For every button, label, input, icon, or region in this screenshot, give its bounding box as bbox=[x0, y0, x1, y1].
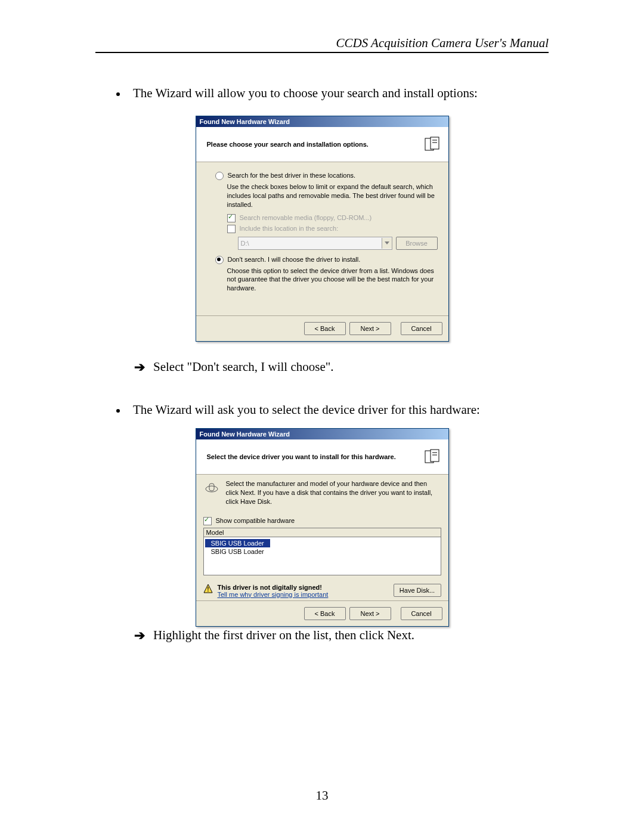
dialog2-title: Found New Hardware Wizard bbox=[200, 431, 290, 438]
driver-signing-link[interactable]: Tell me why driver signing is important bbox=[218, 591, 329, 598]
action1-text: Select "Don't search, I will choose". bbox=[153, 360, 334, 374]
device-icon bbox=[203, 482, 220, 496]
next-button[interactable]: Next > bbox=[349, 322, 391, 335]
hardware-icon bbox=[423, 448, 441, 466]
bullet-icon bbox=[116, 92, 120, 96]
radio-icon bbox=[215, 172, 224, 180]
radio-search-label: Search for the best driver in these loca… bbox=[228, 172, 356, 179]
cancel-button[interactable]: Cancel bbox=[401, 607, 442, 620]
checkbox-show-compatible[interactable]: Show compatible hardware bbox=[203, 517, 441, 525]
chevron-down-icon[interactable] bbox=[382, 238, 392, 249]
page-header: CCDS Acquisition Camera User's Manual bbox=[95, 36, 549, 53]
chk-include-label: Include this location in the search: bbox=[240, 225, 339, 232]
arrow-right-icon: ➔ bbox=[134, 360, 145, 375]
next-button[interactable]: Next > bbox=[349, 607, 391, 620]
bullet-intro-2: The Wizard will ask you to select the de… bbox=[116, 402, 549, 417]
chk-compat-label: Show compatible hardware bbox=[216, 517, 295, 524]
driver-listbox[interactable]: Model SBIG USB Loader SBIG USB Loader bbox=[203, 528, 441, 575]
not-signed-label: This driver is not digitally signed! bbox=[218, 584, 329, 591]
checkbox-icon bbox=[227, 225, 236, 233]
dialog2-instructions: Select the manufacturer and model of you… bbox=[226, 479, 441, 506]
chk-media-label: Search removable media (floppy, CD-ROM..… bbox=[240, 214, 372, 221]
browse-button[interactable]: Browse bbox=[396, 237, 438, 250]
bullet-icon bbox=[116, 409, 120, 413]
dialog1-title: Found New Hardware Wizard bbox=[200, 118, 290, 125]
checkbox-icon bbox=[203, 517, 212, 525]
have-disk-button[interactable]: Have Disk... bbox=[394, 584, 441, 597]
checkbox-removable-media[interactable]: Search removable media (floppy, CD-ROM..… bbox=[227, 214, 438, 222]
action-line-1: ➔ Select "Don't search, I will choose". bbox=[134, 360, 549, 375]
radio-dont-label: Don't search. I will choose the driver t… bbox=[228, 256, 361, 263]
back-button[interactable]: < Back bbox=[304, 322, 346, 335]
column-header-model: Model bbox=[204, 528, 441, 537]
intro-text-1: The Wizard will allow you to choose your… bbox=[133, 86, 478, 101]
hardware-icon bbox=[423, 135, 441, 153]
search-hint: Use the check boxes below to limit or ex… bbox=[227, 182, 438, 209]
wizard-dialog-select-driver: Found New Hardware Wizard Select the dev… bbox=[196, 428, 449, 627]
action2-text: Highlight the first driver on the list, … bbox=[153, 628, 414, 643]
cancel-button[interactable]: Cancel bbox=[401, 322, 442, 335]
list-item[interactable]: SBIG USB Loader bbox=[205, 539, 270, 547]
radio-search-locations[interactable]: Search for the best driver in these loca… bbox=[215, 172, 438, 180]
dont-search-hint: Choose this option to select the device … bbox=[227, 267, 438, 293]
svg-rect-1 bbox=[431, 137, 439, 149]
action-line-2: ➔ Highlight the first driver on the list… bbox=[134, 628, 549, 643]
header-title: CCDS Acquisition Camera User's Manual bbox=[336, 36, 549, 50]
dialog1-header: Please choose your search and installati… bbox=[196, 127, 448, 162]
dialog2-header: Select the device driver you want to ins… bbox=[196, 439, 448, 475]
radio-icon bbox=[215, 256, 224, 264]
intro-text-2: The Wizard will ask you to select the de… bbox=[133, 402, 480, 417]
back-button[interactable]: < Back bbox=[304, 607, 346, 620]
dialog1-titlebar: Found New Hardware Wizard bbox=[196, 116, 448, 127]
page-number: 13 bbox=[0, 788, 644, 803]
dialog1-heading: Please choose your search and installati… bbox=[207, 141, 369, 148]
location-path-combo[interactable]: D:\ bbox=[238, 237, 392, 250]
checkbox-icon bbox=[227, 214, 236, 222]
svg-rect-10 bbox=[209, 484, 214, 491]
svg-marker-4 bbox=[385, 241, 389, 244]
svg-rect-6 bbox=[431, 450, 439, 462]
wizard-dialog-search-options: Found New Hardware Wizard Please choose … bbox=[196, 116, 449, 342]
svg-text:!: ! bbox=[207, 586, 209, 593]
warning-icon: ! bbox=[203, 584, 213, 594]
bullet-intro-1: The Wizard will allow you to choose your… bbox=[116, 86, 549, 101]
list-item[interactable]: SBIG USB Loader bbox=[205, 547, 270, 556]
path-value: D:\ bbox=[239, 240, 382, 247]
checkbox-include-location[interactable]: Include this location in the search: bbox=[227, 225, 438, 233]
arrow-right-icon: ➔ bbox=[134, 628, 145, 643]
dialog2-titlebar: Found New Hardware Wizard bbox=[196, 429, 448, 439]
dialog2-heading: Select the device driver you want to ins… bbox=[207, 453, 396, 460]
radio-dont-search[interactable]: Don't search. I will choose the driver t… bbox=[215, 256, 438, 264]
